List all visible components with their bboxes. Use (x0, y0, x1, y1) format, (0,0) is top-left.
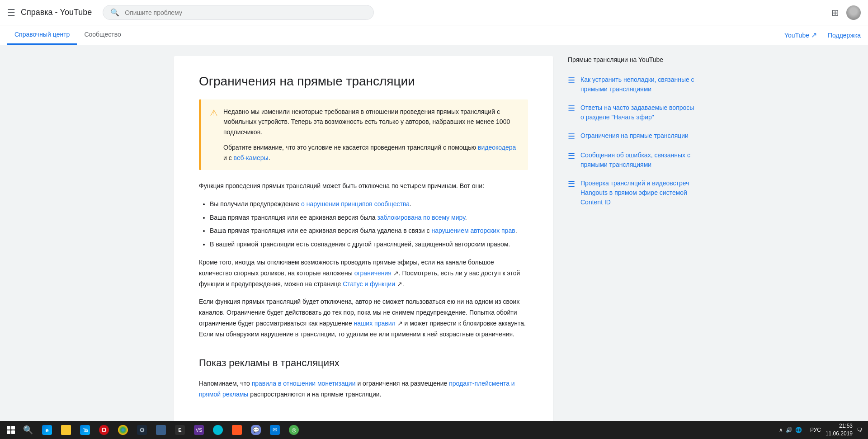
article-container: Ограничения на прямые трансляции ⚠ Недав… (174, 56, 553, 425)
sidebar-icon-4: ☰ (568, 151, 575, 161)
date-display: 11.06.2019 (826, 430, 853, 436)
taskbar-unknown1[interactable] (152, 421, 170, 436)
header-icons: ⊞ (831, 5, 861, 20)
app-icon-1 (156, 425, 166, 435)
youtube-link-text: YouTube (784, 32, 809, 39)
reason-2: Ваша прямая трансляция или ее архивная в… (210, 212, 528, 223)
taskbar-unknown2[interactable] (209, 421, 227, 436)
sidebar-link-5[interactable]: Проверка трансляций и видеовстреч Hangou… (580, 179, 694, 207)
menu-icon[interactable]: ☰ (7, 7, 15, 18)
network-icon[interactable]: 🌐 (795, 427, 802, 433)
warning-box: ⚠ Недавно мы изменили некоторые требован… (199, 99, 528, 170)
start-button[interactable] (2, 421, 20, 436)
taskbar-lang: РУС (810, 427, 821, 433)
sidebar-icon-5: ☰ (568, 179, 575, 189)
taskbar-steam[interactable]: ⚙ (133, 421, 151, 436)
tab-help-center[interactable]: Справочный центр (7, 25, 77, 45)
discord-icon: 💬 (251, 425, 261, 435)
sidebar-link-3[interactable]: Ограничения на прямые трансляции (580, 131, 689, 141)
sidebar-item-2: ☰ Ответы на часто задаваемые вопросы о р… (568, 99, 694, 127)
store-icon: 🛍 (80, 425, 90, 435)
monetization-link[interactable]: правила в отношении монетизации (252, 380, 356, 387)
taskbar-edge[interactable]: e (38, 421, 56, 436)
support-link[interactable]: Поддержка (828, 32, 861, 39)
article-body: Функция проведения прямых трансляций мож… (199, 181, 528, 400)
taskbar-sys-icons: ∧ 🔊 🌐 (779, 427, 802, 433)
community-link[interactable]: о нарушении принципов сообщества (301, 200, 410, 208)
warning-icon: ⚠ (210, 108, 218, 118)
steam-icon: ⚙ (137, 425, 147, 435)
search-input[interactable] (125, 9, 366, 16)
restrictions-link[interactable]: ограничения (354, 269, 392, 277)
reasons-list: Вы получили предупреждение о нарушении п… (210, 199, 528, 250)
blocked-link[interactable]: заблокирована по всему миру (377, 214, 465, 221)
warning-text3: и с (223, 154, 234, 161)
taskbar-mail[interactable]: ✉ (266, 421, 284, 436)
taskbar-search-button[interactable]: 🔍 (20, 422, 36, 436)
search-icon: 🔍 (110, 8, 119, 17)
app-icon-2 (213, 425, 223, 435)
search-bar[interactable]: 🔍 (103, 5, 374, 20)
sidebar-item-5: ☰ Проверка трансляций и видеовстреч Hang… (568, 174, 694, 212)
ext-icon-inline2: ↗ (395, 280, 402, 288)
para1: Кроме того, иногда мы отключаем возможно… (199, 257, 528, 289)
nav-tabs-right: YouTube ↗ Поддержка (784, 31, 861, 39)
taskbar: 🔍 e 🛍 O ⚙ E VS (0, 421, 868, 436)
chevron-up-icon[interactable]: ∧ (779, 427, 783, 433)
article-title: Ограничения на прямые трансляции (199, 74, 528, 89)
taskbar-vs[interactable]: VS (190, 421, 208, 436)
speaker-icon[interactable]: 🔊 (786, 427, 793, 433)
mail-icon: ✉ (270, 425, 280, 435)
ext-icon-inline: ↗ (392, 269, 399, 277)
tab-community[interactable]: Сообщество (77, 25, 128, 45)
sidebar-list: ☰ Как устранить неполадки, связанные с п… (568, 71, 694, 212)
taskbar-chrome[interactable] (114, 421, 132, 436)
taskbar-sys: ∧ 🔊 🌐 РУС 21:53 11.06.2019 🗨 (779, 422, 866, 436)
webcam-link[interactable]: веб-камеры (234, 154, 269, 161)
reason-3: Ваша прямая трансляция или ее архивная в… (210, 226, 528, 236)
taskbar-time[interactable]: 21:53 11.06.2019 (826, 422, 853, 436)
taskbar-search-icon: 🔍 (23, 425, 33, 435)
youtube-link[interactable]: YouTube ↗ (784, 31, 817, 39)
sidebar-icon-3: ☰ (568, 132, 575, 142)
section2-para: Напоминаем, что правила в отношении моне… (199, 378, 528, 400)
folder-icon (61, 425, 71, 435)
taskbar-epic[interactable]: E (171, 421, 189, 436)
notification-icon[interactable]: 🗨 (857, 427, 863, 433)
avatar[interactable] (846, 5, 861, 20)
warning-text: Недавно мы изменили некоторые требования… (223, 107, 519, 163)
sidebar-item-1: ☰ Как устранить неполадки, связанные с п… (568, 71, 694, 99)
sidebar-link-2[interactable]: Ответы на часто задаваемые вопросы о раз… (580, 103, 694, 122)
ext-icon-inline3: ↗ (396, 320, 403, 327)
sidebar-link-4[interactable]: Сообщения об ошибках, связанных с прямым… (580, 151, 694, 170)
avatar-image (846, 5, 861, 20)
taskbar-apps: e 🛍 O ⚙ E VS 💬 (38, 421, 303, 436)
sidebar: Прямые трансляции на YouTube ☰ Как устра… (568, 56, 694, 425)
sidebar-link-1[interactable]: Как устранить неполадки, связанные с пря… (580, 75, 694, 94)
copyright-link[interactable]: нарушением авторских прав (431, 227, 515, 234)
taskbar-discord[interactable]: 💬 (247, 421, 265, 436)
apps-grid-icon[interactable]: ⊞ (831, 7, 839, 18)
para2: Если функция прямых трансляций будет отк… (199, 297, 528, 340)
vs-icon: VS (194, 425, 204, 435)
time-display: 21:53 (826, 422, 853, 430)
taskbar-store[interactable]: 🛍 (76, 421, 94, 436)
header: ☰ Справка - YouTube 🔍 ⊞ (0, 0, 868, 25)
article-intro: Функция проведения прямых трансляций мож… (199, 181, 528, 192)
status-link[interactable]: Статус и функции (343, 280, 395, 288)
taskbar-unknown3[interactable] (228, 421, 246, 436)
reason-4: В вашей прямой трансляции есть совпадени… (210, 239, 528, 250)
sidebar-icon-2: ☰ (568, 104, 575, 113)
app-icon-3 (232, 425, 242, 435)
taskbar-unknown4[interactable]: ◎ (285, 421, 303, 436)
taskbar-opera[interactable]: O (95, 421, 113, 436)
section2-title: Показ рекламы в трансляциях (199, 354, 528, 371)
rules-link[interactable]: наших правил (354, 320, 396, 327)
warning-text4: . (269, 154, 270, 161)
taskbar-folder[interactable] (57, 421, 75, 436)
videocoder-link[interactable]: видеокодера (478, 144, 516, 151)
nav-tabs-left: Справочный центр Сообщество (7, 25, 128, 45)
main-content: Ограничения на прямые трансляции ⚠ Недав… (163, 56, 705, 425)
page-title: Справка - YouTube (21, 8, 92, 17)
warning-para1: Недавно мы изменили некоторые требования… (223, 107, 519, 137)
